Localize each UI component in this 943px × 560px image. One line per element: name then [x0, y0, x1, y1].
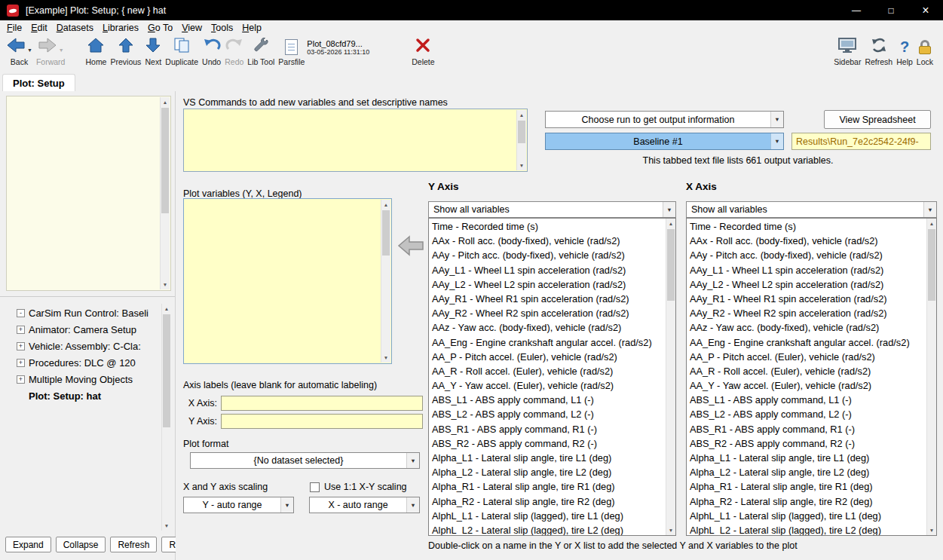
variable-list-item[interactable]: ABS_L2 - ABS apply command, L2 (-): [687, 407, 925, 421]
tab-plot-setup[interactable]: Plot: Setup: [2, 74, 75, 91]
tree-item[interactable]: Plot: Setup: hat: [17, 387, 161, 404]
variable-list-item[interactable]: ABS_R2 - ABS apply command, R2 (-): [430, 436, 664, 451]
y-axis-label-input[interactable]: [221, 414, 423, 429]
chevron-down-icon[interactable]: ▼: [406, 497, 419, 513]
variable-list-item[interactable]: AAx - Roll acc. (body-fixed), vehicle (r…: [687, 234, 925, 248]
tree-expand-icon[interactable]: -: [17, 309, 25, 317]
variable-list-item[interactable]: Alpha_R1 - Lateral slip angle, tire R1 (…: [430, 479, 664, 494]
vs-commands-textarea[interactable]: [183, 109, 528, 172]
home-button[interactable]: Home: [85, 37, 106, 66]
tree-item[interactable]: + Animator: Camera Setup: [17, 321, 161, 338]
tree-item[interactable]: - CarSim Run Control: Baseli: [17, 304, 161, 321]
variable-list-item[interactable]: Alpha_R2 - Lateral slip angle, tire R2 (…: [430, 494, 664, 509]
variable-list-item[interactable]: ABS_L1 - ABS apply command, L1 (-): [430, 393, 664, 407]
y-axis-filter-dropdown[interactable]: Show all variables ▼: [428, 201, 676, 218]
variable-list-item[interactable]: AAx - Roll acc. (body-fixed), vehicle (r…: [430, 234, 664, 248]
tree-button[interactable]: Refresh: [110, 537, 157, 552]
chevron-down-icon[interactable]: ▼: [923, 202, 936, 217]
lock-button[interactable]: Lock: [917, 37, 933, 66]
tree-scrollbar[interactable]: [161, 304, 171, 531]
variable-list-item[interactable]: Alpha_L2 - Lateral slip angle, tire L2 (…: [430, 465, 664, 479]
sidebar-button[interactable]: Sidebar: [834, 37, 861, 66]
variable-list-item[interactable]: AlphL_L2 - Lateral slip (lagged), tire L…: [687, 523, 925, 536]
preview-scrollbar[interactable]: [160, 97, 170, 289]
menu-item[interactable]: Libraries: [98, 23, 143, 33]
variable-list-item[interactable]: AAy - Pitch acc. (body-fixed), vehicle (…: [687, 248, 925, 262]
lib-tool-button[interactable]: Lib Tool: [247, 37, 274, 66]
variable-list-item[interactable]: ABS_R1 - ABS apply command, R1 (-): [687, 422, 925, 436]
variable-list-item[interactable]: AAy_R2 - Wheel R2 spin acceleration (rad…: [687, 306, 925, 320]
chevron-down-icon[interactable]: ▼: [770, 112, 783, 127]
tree-item[interactable]: + Procedures: DLC @ 120: [17, 354, 161, 371]
variable-list-item[interactable]: Alpha_R2 - Lateral slip angle, tire R2 (…: [687, 494, 925, 509]
tree-expand-icon[interactable]: +: [17, 375, 25, 384]
help-button[interactable]: ? Help: [896, 37, 913, 66]
x-axis-filter-dropdown[interactable]: Show all variables ▼: [686, 201, 937, 218]
maximize-button[interactable]: □: [874, 0, 908, 20]
menu-item[interactable]: View: [177, 23, 207, 33]
variable-list-item[interactable]: AA_Y - Yaw accel. (Euler), vehicle (rad/…: [687, 378, 925, 393]
variable-list-item[interactable]: Time - Recorded time (s): [687, 219, 925, 234]
variable-list-item[interactable]: AA_Eng - Engine crankshaft angular accel…: [687, 335, 925, 350]
view-spreadsheet-button[interactable]: View Spreadsheet: [824, 110, 931, 129]
plot-variables-textarea[interactable]: [183, 198, 392, 364]
forward-dropdown-icon[interactable]: ▼: [59, 47, 64, 53]
variable-list-item[interactable]: AAy_L1 - Wheel L1 spin acceleration (rad…: [430, 263, 664, 277]
tree-item[interactable]: + Multiple Moving Objects: [17, 371, 161, 387]
plot-format-dropdown[interactable]: {No dataset selected} ▼: [190, 452, 420, 469]
variable-list-item[interactable]: AA_Y - Yaw accel. (Euler), vehicle (rad/…: [430, 378, 664, 393]
undo-button[interactable]: Undo: [202, 37, 221, 66]
duplicate-button[interactable]: Duplicate: [165, 37, 198, 66]
tree-expand-icon[interactable]: +: [17, 342, 25, 350]
chevron-down-icon[interactable]: ▼: [406, 453, 419, 468]
tree-expand-icon[interactable]: +: [17, 359, 25, 367]
chevron-down-icon[interactable]: ▼: [663, 202, 675, 217]
vs-commands-scrollbar[interactable]: [516, 110, 526, 170]
y-axis-list-scrollbar[interactable]: [666, 219, 675, 535]
results-path-field[interactable]: Results\Run_7e2c2542-24f9-: [791, 133, 931, 150]
tree-button[interactable]: Expand: [5, 537, 51, 552]
variable-list-item[interactable]: ABS_R1 - ABS apply command, R1 (-): [430, 422, 664, 436]
tree-expand-icon[interactable]: +: [17, 326, 25, 334]
use-1-1-scaling-checkbox[interactable]: [310, 482, 320, 492]
menu-item[interactable]: Edit: [26, 23, 52, 33]
forward-button[interactable]: ▼ Forward: [36, 37, 66, 66]
menu-item[interactable]: Tools: [207, 23, 237, 33]
variable-list-item[interactable]: AA_P - Pitch accel. (Euler), vehicle (ra…: [430, 350, 664, 364]
chevron-down-icon[interactable]: ▼: [770, 133, 783, 149]
close-button[interactable]: ×: [908, 0, 943, 20]
variable-list-item[interactable]: Alpha_L2 - Lateral slip angle, tire L2 (…: [687, 465, 925, 479]
variable-list-item[interactable]: Alpha_R1 - Lateral slip angle, tire R1 (…: [687, 479, 925, 494]
menu-item[interactable]: Go To: [143, 23, 177, 33]
variable-list-item[interactable]: AlphL_L2 - Lateral slip (lagged), tire L…: [430, 523, 664, 536]
variable-list-item[interactable]: AA_R - Roll accel. (Euler), vehicle (rad…: [687, 364, 925, 378]
tree-button[interactable]: Rese: [161, 537, 176, 552]
variable-list-item[interactable]: AA_R - Roll accel. (Euler), vehicle (rad…: [430, 364, 664, 378]
delete-button[interactable]: Delete: [412, 37, 434, 66]
back-button[interactable]: ▼ Back: [6, 37, 32, 66]
variable-list-item[interactable]: AAz - Yaw acc. (body-fixed), vehicle (ra…: [687, 320, 925, 335]
variable-list-item[interactable]: AAy_R1 - Wheel R1 spin acceleration (rad…: [430, 292, 664, 306]
next-button[interactable]: Next: [145, 37, 161, 66]
x-scaling-dropdown[interactable]: X - auto range ▼: [309, 497, 420, 513]
menu-item[interactable]: Help: [237, 23, 266, 33]
variable-list-item[interactable]: ABS_R2 - ABS apply command, R2 (-): [687, 436, 925, 451]
menu-item[interactable]: Datasets: [52, 23, 98, 33]
tree-item[interactable]: + Vehicle: Assembly: C-Cla:: [17, 338, 161, 354]
x-axis-list-scrollbar[interactable]: [926, 219, 936, 535]
minimize-button[interactable]: —: [839, 0, 874, 20]
variable-list-item[interactable]: AAy - Pitch acc. (body-fixed), vehicle (…: [430, 248, 664, 262]
previous-button[interactable]: Previous: [110, 37, 141, 66]
plot-preview-pane[interactable]: [6, 96, 171, 291]
variable-list-item[interactable]: Alpha_L1 - Lateral slip angle, tire L1 (…: [687, 451, 925, 465]
chevron-down-icon[interactable]: ▼: [280, 497, 293, 513]
variable-list-item[interactable]: AA_Eng - Engine crankshaft angular accel…: [430, 335, 664, 350]
variable-list-item[interactable]: AAy_L2 - Wheel L2 spin acceleration (rad…: [687, 277, 925, 292]
variable-list-item[interactable]: AAy_R1 - Wheel R1 spin acceleration (rad…: [687, 292, 925, 306]
variable-list-item[interactable]: ABS_L1 - ABS apply command, L1 (-): [687, 393, 925, 407]
parsfile-button[interactable]: Parsfile Plot_08cfd79... 03-05-2026 11:3…: [278, 37, 369, 66]
variable-list-item[interactable]: AA_P - Pitch accel. (Euler), vehicle (ra…: [687, 350, 925, 364]
choose-run-dropdown[interactable]: Choose run to get output information ▼: [545, 111, 784, 128]
variable-list-item[interactable]: AlphL_L1 - Lateral slip (lagged), tire L…: [687, 509, 925, 523]
x-axis-variable-list[interactable]: Time - Recorded time (s) AAx - Roll acc.…: [686, 218, 937, 536]
